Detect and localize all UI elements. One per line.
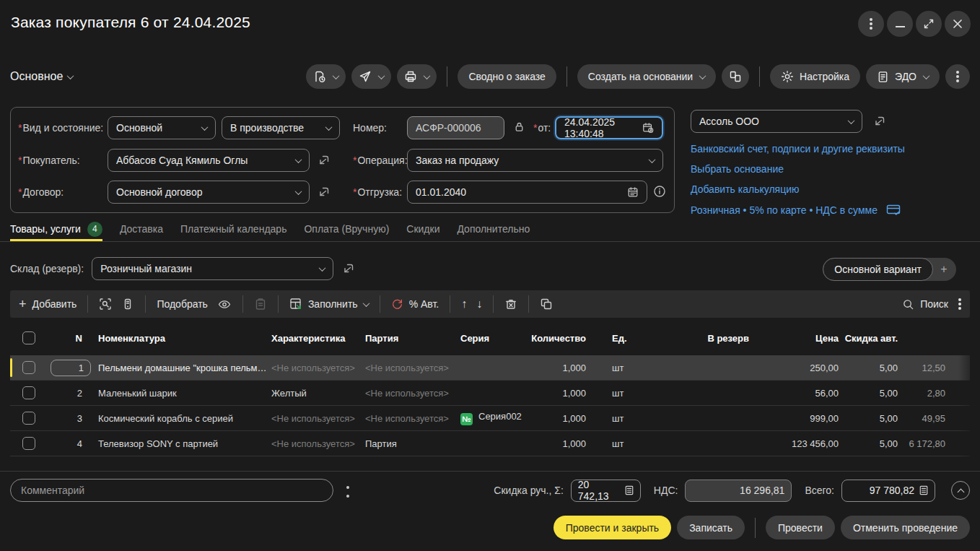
table-header: N Номенклатура Характеристика Партия Сер… — [10, 321, 970, 355]
window-menu-button[interactable] — [858, 11, 884, 37]
warehouse-combobox[interactable]: Розничный магазин — [92, 257, 333, 280]
table-row-4[interactable]: 4 Телевизор SONY с партией <Не используе… — [10, 431, 970, 456]
row-checkbox[interactable] — [14, 412, 43, 425]
number-label: Номер: — [353, 116, 387, 139]
reports-button[interactable] — [306, 64, 346, 89]
row-number-cell: 4 — [43, 438, 92, 449]
number-value: АСФР-000006 — [416, 122, 481, 134]
vat-value: 16 296,81 — [740, 485, 784, 496]
payment-card-icon[interactable] — [886, 204, 901, 216]
settings-button[interactable]: Настройка — [770, 64, 860, 89]
close-button[interactable] — [945, 11, 971, 37]
order-summary-button[interactable]: Сводно о заказе — [458, 64, 556, 89]
total-field[interactable]: 97 780,82 — [841, 480, 935, 502]
scan-search-button[interactable] — [99, 298, 112, 311]
open-contract-button[interactable] — [317, 185, 331, 199]
tab-payment-manual[interactable]: Оплата (Вручную) — [304, 218, 389, 241]
date-input[interactable]: 24.04.2025 13:40:48 — [555, 116, 663, 139]
add-calculation-link[interactable]: Добавить калькуляцию — [691, 183, 974, 195]
select-all-checkbox[interactable] — [14, 331, 43, 344]
open-warehouse-button[interactable] — [341, 261, 356, 276]
save-button[interactable]: Записать — [677, 516, 745, 539]
table-more-button[interactable] — [958, 303, 961, 305]
contract-combobox[interactable]: Основной договор — [108, 181, 310, 204]
col-n[interactable]: N — [43, 333, 92, 344]
maximize-button[interactable] — [916, 11, 942, 37]
eye-icon — [217, 299, 232, 310]
row-number-cell[interactable]: 1 — [51, 360, 91, 376]
tab-additional[interactable]: Дополнительно — [457, 218, 530, 241]
create-based-on-button[interactable]: Создать на основании — [577, 64, 716, 89]
order-state-combobox[interactable]: В производстве — [222, 116, 340, 139]
minimize-button[interactable] — [887, 11, 913, 37]
shipping-info-button[interactable] — [653, 185, 666, 198]
auto-discount-button[interactable]: % Авт. — [391, 298, 439, 311]
pick-goods-button[interactable]: Подобрать — [157, 298, 208, 310]
open-buyer-button[interactable] — [317, 153, 331, 168]
organization-combobox[interactable]: Ассоль ООО — [691, 110, 862, 133]
copy-row-button[interactable] — [540, 298, 553, 311]
col-nomenclature[interactable]: Номенклатура — [92, 333, 266, 344]
col-quantity[interactable]: Количество — [530, 333, 587, 344]
col-auto-discount[interactable]: Скидка авт. — [840, 333, 899, 344]
fill-button[interactable]: Заполнить — [289, 298, 369, 311]
edo-button[interactable]: ЭДО — [866, 64, 940, 89]
col-batch[interactable]: Партия — [359, 333, 455, 344]
vat-label: НДС: — [654, 485, 678, 496]
calendar-clock-icon[interactable] — [642, 122, 654, 134]
price-type-link[interactable]: Розничная • 5% по карте • НДС в сумме — [691, 204, 878, 216]
shipping-date-input[interactable]: 01.01.2040 — [407, 181, 647, 204]
move-down-button[interactable]: ↓ — [476, 298, 482, 311]
table-row-1[interactable]: 1 Пельмени домашние "крошка пельм… <Не и… — [10, 355, 970, 381]
table-row-3[interactable]: 3 Космический корабль с серией <Не испол… — [10, 406, 970, 431]
order-kind-combobox[interactable]: Основной — [108, 116, 216, 139]
col-characteristic[interactable]: Характеристика — [266, 333, 359, 344]
undo-post-button[interactable]: Отменить проведение — [841, 516, 970, 539]
more-actions-button[interactable] — [945, 64, 970, 89]
col-reserve[interactable]: В резерв — [649, 333, 751, 344]
tab-delivery[interactable]: Доставка — [120, 218, 163, 241]
total-label: Всего: — [805, 485, 834, 496]
variant-main-button[interactable]: Основной вариант — [823, 258, 933, 281]
send-button[interactable] — [351, 64, 391, 89]
create-based-on-label: Создать на основании — [588, 71, 693, 82]
calculator-icon[interactable] — [919, 485, 928, 495]
bank-details-link[interactable]: Банковский счет, подписи и другие реквиз… — [691, 143, 974, 155]
tab-goods-services[interactable]: Товары, услуги 4 — [10, 218, 102, 241]
search-button[interactable]: Поиск — [902, 298, 948, 311]
add-row-button[interactable]: + Добавить — [19, 298, 76, 311]
variant-add-button[interactable]: + — [933, 263, 955, 276]
calculator-icon[interactable] — [625, 485, 634, 495]
delete-row-button[interactable] — [504, 298, 517, 311]
buyer-combobox[interactable]: Аббасов Суад Кямиль Оглы — [108, 149, 310, 172]
section-menu-main[interactable]: Основное — [10, 70, 73, 83]
data-terminal-button[interactable] — [121, 298, 134, 311]
col-unit[interactable]: Ед. — [587, 333, 649, 344]
tab-payment-calendar[interactable]: Платежный календарь — [180, 218, 286, 241]
row-checkbox[interactable] — [14, 361, 43, 374]
collapse-footer-button[interactable] — [951, 481, 970, 500]
print-button[interactable] — [397, 64, 437, 89]
operation-combobox[interactable]: Заказ на продажу — [407, 149, 663, 172]
scan-search-icon — [99, 298, 112, 311]
manual-discount-field[interactable]: 20 742,13 — [571, 480, 641, 502]
col-series[interactable]: Серия — [455, 333, 530, 344]
choose-basis-link[interactable]: Выбрать основание — [691, 163, 974, 175]
row-checkbox[interactable] — [14, 437, 43, 450]
comment-input[interactable] — [10, 479, 333, 502]
post-button[interactable]: Провести — [766, 516, 835, 539]
calendar-icon[interactable] — [627, 186, 639, 198]
chevron-down-icon — [649, 156, 656, 163]
open-organization-button[interactable] — [872, 114, 887, 129]
row-checkbox[interactable] — [14, 386, 43, 399]
related-documents-button[interactable] — [722, 64, 749, 89]
table-row-2[interactable]: 2 Маленький шарик Желтый <Не используетс… — [10, 381, 970, 406]
quantity-cell: 1,000 — [530, 438, 587, 449]
move-up-button[interactable]: ↑ — [461, 298, 467, 311]
post-and-close-button[interactable]: Провести и закрыть — [554, 516, 671, 539]
copy-icon — [540, 298, 553, 311]
tab-discounts[interactable]: Скидки — [406, 218, 439, 241]
view-button[interactable] — [217, 299, 232, 310]
col-price[interactable]: Цена — [751, 333, 840, 344]
number-lock-toggle[interactable] — [513, 121, 525, 133]
